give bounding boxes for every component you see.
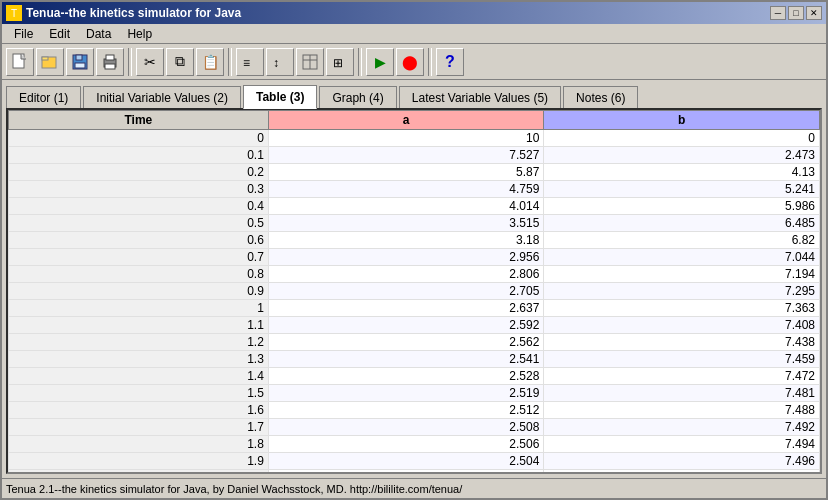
table-container: Time a b 01000.17.5272.4730.25.874.130.3… xyxy=(6,108,822,474)
cell-12-2: 7.438 xyxy=(544,334,820,351)
table-row: 1.92.5047.496 xyxy=(9,453,820,470)
cell-4-2: 5.986 xyxy=(544,198,820,215)
table-row: 1.82.5067.494 xyxy=(9,436,820,453)
svg-rect-2 xyxy=(42,57,48,60)
cell-8-1: 2.806 xyxy=(268,266,544,283)
toolbar-btn-8[interactable]: ⊞ xyxy=(326,48,354,76)
paste-button[interactable]: 📋 xyxy=(196,48,224,76)
cell-7-2: 7.044 xyxy=(544,249,820,266)
maximize-button[interactable]: □ xyxy=(788,6,804,20)
cell-14-2: 7.472 xyxy=(544,368,820,385)
cell-13-1: 2.541 xyxy=(268,351,544,368)
menu-file[interactable]: File xyxy=(6,25,41,43)
svg-text:⊞: ⊞ xyxy=(333,56,343,70)
cell-16-2: 7.488 xyxy=(544,402,820,419)
svg-text:≡: ≡ xyxy=(243,56,250,70)
cell-6-2: 6.82 xyxy=(544,232,820,249)
table-row: 22.5037.497 xyxy=(9,470,820,473)
cell-15-2: 7.481 xyxy=(544,385,820,402)
cell-19-2: 7.496 xyxy=(544,453,820,470)
table-row: 12.6377.363 xyxy=(9,300,820,317)
cell-6-1: 3.18 xyxy=(268,232,544,249)
print-button[interactable] xyxy=(96,48,124,76)
title-buttons: ─ □ ✕ xyxy=(770,6,822,20)
cell-15-1: 2.519 xyxy=(268,385,544,402)
table-row: 0.82.8067.194 xyxy=(9,266,820,283)
cell-20-0: 2 xyxy=(9,470,269,473)
cell-5-2: 6.485 xyxy=(544,215,820,232)
separator-2 xyxy=(228,48,232,76)
stop-button[interactable]: ⬤ xyxy=(396,48,424,76)
toolbar-btn-5[interactable]: ≡ xyxy=(236,48,264,76)
new-button[interactable] xyxy=(6,48,34,76)
cell-2-1: 5.87 xyxy=(268,164,544,181)
cell-17-0: 1.7 xyxy=(9,419,269,436)
tab-latest[interactable]: Latest Variable Values (5) xyxy=(399,86,561,109)
svg-rect-5 xyxy=(75,63,85,68)
cell-8-0: 0.8 xyxy=(9,266,269,283)
table-row: 1.12.5927.408 xyxy=(9,317,820,334)
tab-bar: Editor (1) Initial Variable Values (2) T… xyxy=(2,80,826,108)
tab-table[interactable]: Table (3) xyxy=(243,85,317,109)
table-row: 1.22.5627.438 xyxy=(9,334,820,351)
table-row: 1.52.5197.481 xyxy=(9,385,820,402)
table-row: 0.25.874.13 xyxy=(9,164,820,181)
separator-1 xyxy=(128,48,132,76)
menu-help[interactable]: Help xyxy=(119,25,160,43)
cell-8-2: 7.194 xyxy=(544,266,820,283)
cell-0-0: 0 xyxy=(9,130,269,147)
cell-5-1: 3.515 xyxy=(268,215,544,232)
tab-graph[interactable]: Graph (4) xyxy=(319,86,396,109)
open-button[interactable] xyxy=(36,48,64,76)
app-icon: T xyxy=(6,5,22,21)
cell-12-1: 2.562 xyxy=(268,334,544,351)
table-row: 1.32.5417.459 xyxy=(9,351,820,368)
cell-18-2: 7.494 xyxy=(544,436,820,453)
status-bar: Tenua 2.1--the kinetics simulator for Ja… xyxy=(2,478,826,498)
tab-editor[interactable]: Editor (1) xyxy=(6,86,81,109)
cell-10-2: 7.363 xyxy=(544,300,820,317)
table-scroll[interactable]: Time a b 01000.17.5272.4730.25.874.130.3… xyxy=(8,110,820,472)
cell-4-0: 0.4 xyxy=(9,198,269,215)
table-row: 1.72.5087.492 xyxy=(9,419,820,436)
tab-notes[interactable]: Notes (6) xyxy=(563,86,638,109)
cell-2-0: 0.2 xyxy=(9,164,269,181)
toolbar-btn-7[interactable] xyxy=(296,48,324,76)
close-button[interactable]: ✕ xyxy=(806,6,822,20)
cell-10-1: 2.637 xyxy=(268,300,544,317)
col-header-a: a xyxy=(268,111,544,130)
cell-6-0: 0.6 xyxy=(9,232,269,249)
table-row: 0100 xyxy=(9,130,820,147)
window-title: Tenua--the kinetics simulator for Java xyxy=(26,6,241,20)
menu-data[interactable]: Data xyxy=(78,25,119,43)
cell-14-0: 1.4 xyxy=(9,368,269,385)
cell-9-2: 7.295 xyxy=(544,283,820,300)
cell-17-2: 7.492 xyxy=(544,419,820,436)
save-button[interactable] xyxy=(66,48,94,76)
title-bar-left: T Tenua--the kinetics simulator for Java xyxy=(6,5,241,21)
cell-18-1: 2.506 xyxy=(268,436,544,453)
cell-9-0: 0.9 xyxy=(9,283,269,300)
toolbar-btn-6[interactable]: ↕ xyxy=(266,48,294,76)
help-button[interactable]: ? xyxy=(436,48,464,76)
menu-edit[interactable]: Edit xyxy=(41,25,78,43)
cell-20-2: 7.497 xyxy=(544,470,820,473)
cell-20-1: 2.503 xyxy=(268,470,544,473)
copy-button[interactable]: ⧉ xyxy=(166,48,194,76)
cut-button[interactable]: ✂ xyxy=(136,48,164,76)
cell-16-1: 2.512 xyxy=(268,402,544,419)
minimize-button[interactable]: ─ xyxy=(770,6,786,20)
table-row: 0.63.186.82 xyxy=(9,232,820,249)
table-row: 0.17.5272.473 xyxy=(9,147,820,164)
run-button[interactable]: ▶ xyxy=(366,48,394,76)
title-bar: T Tenua--the kinetics simulator for Java… xyxy=(2,2,826,24)
cell-12-0: 1.2 xyxy=(9,334,269,351)
cell-10-0: 1 xyxy=(9,300,269,317)
cell-0-2: 0 xyxy=(544,130,820,147)
cell-2-2: 4.13 xyxy=(544,164,820,181)
table-row: 0.72.9567.044 xyxy=(9,249,820,266)
cell-18-0: 1.8 xyxy=(9,436,269,453)
cell-3-0: 0.3 xyxy=(9,181,269,198)
svg-rect-8 xyxy=(105,64,115,69)
tab-initial[interactable]: Initial Variable Values (2) xyxy=(83,86,241,109)
